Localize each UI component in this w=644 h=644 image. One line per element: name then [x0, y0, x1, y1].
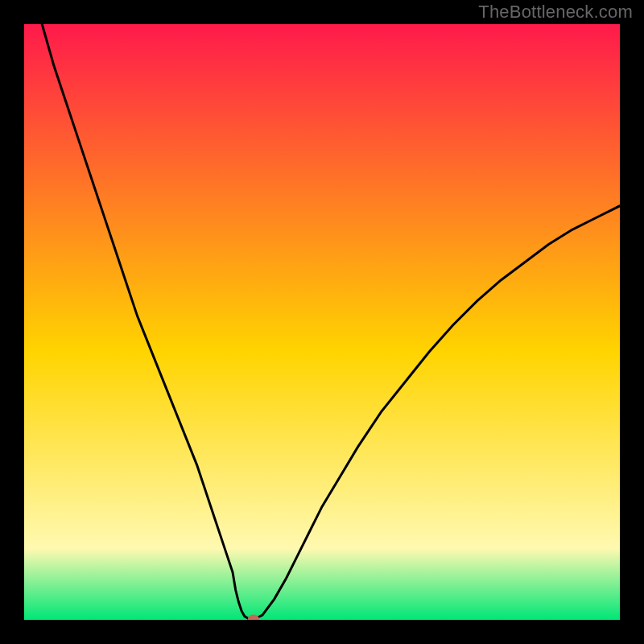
chart-svg — [24, 24, 620, 620]
outer-frame: TheBottleneck.com — [0, 0, 644, 644]
gradient-background — [24, 24, 620, 620]
chart-area — [24, 24, 620, 620]
watermark-text: TheBottleneck.com — [478, 2, 633, 23]
